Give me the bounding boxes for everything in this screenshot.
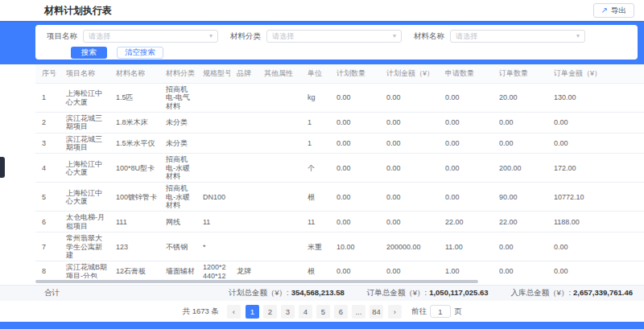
column-header: 材料分类 [159,64,196,84]
page-button[interactable]: 3 [281,305,295,319]
table-cell: 11 [196,212,230,232]
page-button[interactable]: 6 [334,305,348,319]
table-row[interactable]: 8滨江花城B期项目-分包12石膏板墙面辅材1200*2440*12龙牌根0.00… [35,261,644,278]
page-button[interactable]: 4 [299,305,312,319]
table-cell [196,84,230,113]
table-row[interactable]: 3滨江花城三期项目1.5米水平仪未分类10.000.000.000.000.00 [35,133,644,154]
table-cell: 0.00 [439,154,493,183]
table-cell: 1188.00 [547,212,644,232]
table-cell: 根 [301,183,330,212]
table-cell: 5 [35,183,60,212]
page-button[interactable]: 5 [316,305,330,319]
table-cell [230,212,258,232]
goto-page-input[interactable] [430,305,451,318]
table-row[interactable]: 4上海松江中心大厦100*8U型卡招商机电-水暖材料个0.000.000.002… [35,154,644,183]
search-button[interactable]: 搜索 [71,47,107,59]
filter-field: 材料分类请选择▾ [230,30,402,43]
table-cell [230,183,258,212]
materials-table: 序号项目名称材料名称材料分类规格型号品牌其他属性单位计划数量计划金额（¥）申请数… [35,64,644,278]
export-button[interactable]: ↗ 导出 [593,3,634,18]
summary-item-value: 2,657,339,761.46 [573,288,633,298]
summary-item-label: 计划总金额（¥）: [229,288,288,298]
table-cell: 8 [35,261,60,278]
table-cell: 22.00 [493,212,547,232]
table-cell: 10.00 [330,232,380,261]
bottom-strip [0,322,644,329]
summary-row: 合计 计划总金额（¥）:354,568,213.58订单总金额（¥）:1,050… [0,285,644,301]
table-cell: 3 [35,133,60,154]
filter-row: 项目名称请选择▾材料分类请选择▾材料名称请选择▾ [47,29,626,43]
filter-select[interactable]: 请选择▾ [450,30,585,43]
table-row[interactable]: 2滨江花城三期项目1.8米木床未分类10.000.000.000.000.00 [35,113,644,134]
table-cell: 滨江花城三期项目 [60,133,109,154]
table-body: 1上海松江中心大厦1.5匹招商机电-电气材料kg0.000.000.0020.0… [35,84,644,279]
prev-page-button[interactable]: ‹ [227,305,241,319]
table-cell: 0.00 [380,113,439,134]
table-cell: 172.00 [547,154,644,183]
pagination: 共 1673 条 ‹ 123456...84 › 前往 页 [0,301,644,322]
table-cell: 0.00 [493,113,547,134]
export-label: 导出 [611,6,626,16]
table-row[interactable]: 5上海松江中心大厦100镀锌管卡招商机电-水暖材料DN100根0.000.000… [35,183,644,212]
table-cell: 100*8U型卡 [109,154,159,183]
table-cell: 0.00 [330,183,380,212]
column-header: 规格型号 [196,64,230,84]
page-button[interactable]: 2 [263,305,277,319]
column-header: 项目名称 [60,64,109,84]
table-cell: 0.00 [493,261,547,278]
page-button[interactable]: 84 [369,305,383,319]
table-cell: 0.00 [330,84,380,113]
table-cell: 0.00 [330,154,380,183]
column-header: 品牌 [230,64,258,84]
table-cell: 上海松江中心大厦 [60,154,109,183]
table-cell: 0.00 [547,261,644,278]
scrollbar-thumb[interactable] [35,280,478,283]
page-ellipsis[interactable]: ... [352,305,365,319]
table-cell [258,183,301,212]
table-area: 序号项目名称材料名称材料分类规格型号品牌其他属性单位计划数量计划金额（¥）申请数… [0,64,644,278]
filter-select[interactable]: 请选择▾ [266,30,402,43]
column-header: 计划数量 [330,64,380,84]
table-cell: 1.5匹 [109,84,159,113]
clear-search-button[interactable]: 清空搜索 [117,47,163,59]
table-cell: 墙面辅材 [159,261,196,278]
chevron-down-icon: ▾ [393,33,396,39]
table-row[interactable]: 7常州翡翠大学生公寓新建123不锈钢*米重10.00200000.0011.00… [35,232,644,261]
table-cell: 1 [301,133,330,154]
table-cell: 0.00 [330,212,380,232]
table-cell [258,232,301,261]
filter-card: 项目名称请选择▾材料分类请选择▾材料名称请选择▾ 搜索 清空搜索 [35,25,638,60]
table-cell [258,113,301,134]
page-button[interactable]: 1 [246,305,259,319]
table-cell: DN100 [196,183,230,212]
filter-select[interactable]: 请选择▾ [83,30,218,43]
summary-total-label: 合计 [44,288,60,298]
table-cell: 12石膏板 [109,261,159,278]
table-cell: 常州翡翠大学生公寓新建 [60,232,109,261]
table-cell: kg [301,84,330,113]
table-row[interactable]: 1上海松江中心大厦1.5匹招商机电-电气材料kg0.000.000.0020.0… [35,84,644,113]
drawer-handle[interactable] [0,157,5,178]
filter-placeholder: 请选择 [272,31,294,42]
table-cell: 7 [35,232,60,261]
table-cell: 90.00 [493,183,547,212]
table-cell: 0.00 [380,183,439,212]
table-cell: 4 [35,154,60,183]
column-header: 序号 [35,64,60,84]
table-cell: 11 [301,212,330,232]
table-cell: 2 [35,113,60,134]
table-cell: 1 [301,113,330,134]
topbar: 材料计划执行表 ↗ 导出 [0,0,644,21]
table-cell: 1.00 [439,261,493,278]
goto-label: 前往 [411,306,427,317]
table-cell: 0.00 [439,183,493,212]
table-cell: 未分类 [159,133,196,154]
table-cell: 0.00 [380,84,439,113]
table-cell [258,84,301,113]
table-cell [230,232,258,261]
table-row[interactable]: 6太仓电梯-月租项目111网线11110.000.0022.0022.00118… [35,212,644,232]
next-page-button[interactable]: › [388,305,402,319]
table-cell: 20.00 [493,84,547,113]
table-cell: 200.00 [493,154,547,183]
table-cell: 11.00 [439,232,493,261]
